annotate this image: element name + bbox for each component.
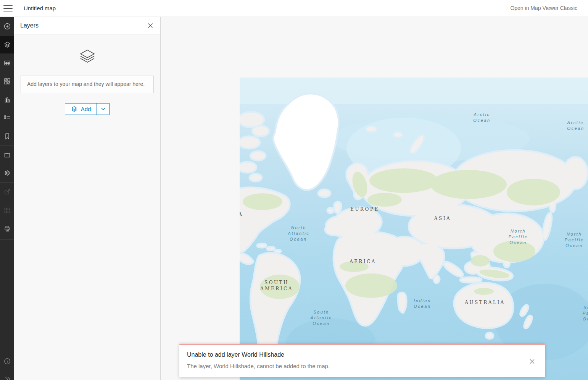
svg-text:Atlantic: Atlantic	[288, 231, 310, 236]
svg-text:A: A	[240, 212, 243, 217]
notification-message: The layer, World Hillshade, cannot be ad…	[187, 363, 330, 369]
svg-text:Ocean: Ocean	[414, 304, 431, 309]
svg-text:Ocean: Ocean	[567, 126, 584, 131]
apps-grid-icon	[0, 202, 14, 219]
svg-text:EUROPE: EUROPE	[350, 207, 379, 212]
panel-title: Layers	[20, 17, 39, 34]
svg-text:Pacific: Pacific	[583, 311, 588, 315]
layers-empty-message: Add layers to your map and they will app…	[21, 76, 154, 93]
charts-icon[interactable]	[0, 91, 14, 108]
open-map-viewer-classic-link[interactable]: Open in Map Viewer Classic	[510, 0, 577, 16]
svg-text:Ocean: Ocean	[509, 240, 527, 245]
svg-text:Pacific: Pacific	[509, 234, 528, 239]
hamburger-menu-icon[interactable]	[2, 3, 14, 14]
svg-text:Ocean: Ocean	[565, 243, 583, 248]
svg-text:ASIA: ASIA	[434, 216, 451, 221]
add-layer-button[interactable]: Add	[65, 103, 97, 115]
svg-text:Ocean: Ocean	[290, 237, 307, 241]
add-layer-split-button: Add	[65, 103, 110, 115]
layers-empty-illustration-icon	[14, 49, 160, 64]
share-icon	[0, 183, 14, 201]
add-layer-dropdown-button[interactable]	[97, 103, 109, 115]
map-title: Untitled map	[24, 0, 56, 16]
svg-text:AUSTRALIA: AUSTRALIA	[464, 300, 505, 305]
svg-text:Ocean: Ocean	[313, 321, 330, 326]
table-icon[interactable]	[0, 54, 14, 72]
settings-gear-icon[interactable]	[0, 164, 14, 182]
top-bar: Untitled map Open in Map Viewer Classic	[0, 0, 588, 16]
svg-text:South: South	[583, 305, 588, 310]
print-icon[interactable]	[0, 220, 14, 238]
svg-text:Ocean: Ocean	[583, 317, 588, 321]
add-button-label: Add	[81, 106, 91, 112]
layers-panel-header: Layers	[14, 17, 160, 34]
chevron-down-icon	[101, 108, 105, 110]
notification-title: Unable to add layer World Hillshade	[187, 351, 284, 358]
save-icon[interactable]	[0, 146, 14, 164]
svg-text:Ocean: Ocean	[473, 118, 490, 123]
layers-icon[interactable]	[0, 36, 14, 53]
svg-text:Arctic: Arctic	[567, 120, 583, 125]
layers-panel: Layers Add layers to your map and they w…	[14, 17, 161, 380]
svg-text:AFRICA: AFRICA	[349, 259, 376, 264]
svg-text:AMERICA: AMERICA	[260, 286, 293, 291]
basemap-icon[interactable]	[0, 73, 14, 90]
svg-text:Indian: Indian	[414, 298, 431, 303]
svg-text:South: South	[313, 310, 329, 314]
left-toolbar	[0, 17, 14, 380]
svg-text:Arctic: Arctic	[473, 112, 490, 117]
world-basemap: A EUROPE ASIA AFRICA SOUTH AMERICA AUSTR…	[240, 78, 588, 380]
error-notification: Unable to add layer World Hillshade The …	[179, 344, 545, 377]
svg-text:SOUTH: SOUTH	[264, 280, 289, 285]
map-viewport: A EUROPE ASIA AFRICA SOUTH AMERICA AUSTR…	[161, 17, 588, 380]
info-icon[interactable]	[0, 353, 14, 370]
expand-chevrons-icon[interactable]	[0, 370, 14, 380]
bookmark-icon[interactable]	[0, 128, 14, 145]
svg-text:North: North	[291, 225, 306, 230]
svg-text:North: North	[511, 229, 526, 233]
add-circle-icon[interactable]	[0, 18, 14, 35]
notification-close-icon[interactable]	[527, 357, 536, 366]
svg-text:North: North	[567, 232, 582, 236]
layers-mini-icon	[71, 106, 77, 112]
close-icon[interactable]	[146, 21, 155, 30]
legend-icon[interactable]	[0, 109, 14, 127]
svg-text:Pacific: Pacific	[565, 238, 584, 242]
svg-text:Atlantic: Atlantic	[310, 315, 332, 320]
map-canvas[interactable]: A EUROPE ASIA AFRICA SOUTH AMERICA AUSTR…	[240, 78, 588, 380]
